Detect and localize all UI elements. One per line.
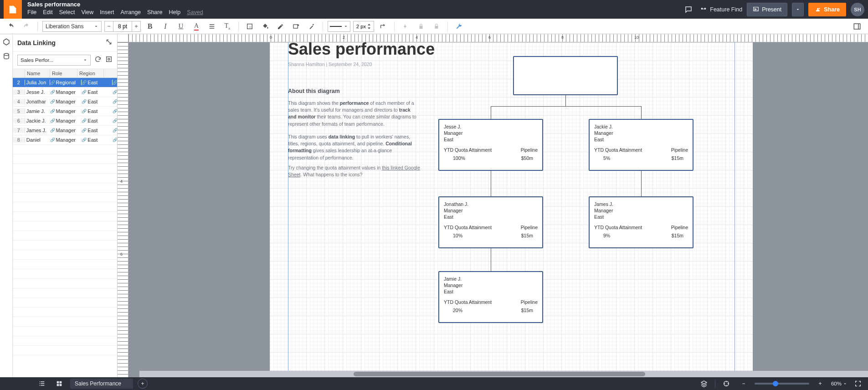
- zoom-fit-button[interactable]: [720, 377, 733, 390]
- canvas-horizontal-scrollbar[interactable]: [139, 371, 868, 377]
- lock-button[interactable]: [415, 20, 427, 33]
- share-button[interactable]: Share: [808, 3, 846, 16]
- zoom-slider[interactable]: [755, 383, 809, 385]
- zoom-out-button[interactable]: −: [737, 377, 750, 390]
- clear-format-button[interactable]: Tx: [221, 20, 234, 33]
- about-para-3[interactable]: Try changing the quota attainment values…: [288, 164, 420, 178]
- org-root-box[interactable]: [513, 56, 618, 95]
- border-color-button[interactable]: [274, 20, 287, 33]
- cell-role[interactable]: Manager: [55, 89, 82, 95]
- saved-status[interactable]: Saved: [187, 9, 203, 15]
- table-row[interactable]: 7 James J.🔗 Manager🔗 East🔗: [13, 126, 117, 135]
- sheet-select[interactable]: Sales Perfor...: [17, 55, 91, 66]
- menu-help[interactable]: Help: [169, 9, 180, 15]
- cell-role[interactable]: Manager: [55, 108, 82, 114]
- cell-name[interactable]: Daniel: [25, 137, 50, 143]
- cell-role[interactable]: Manager: [55, 137, 82, 143]
- canvas[interactable]: 0246810 46 Sales performance Shanna Hami…: [118, 34, 868, 377]
- text-color-button[interactable]: A: [190, 20, 203, 33]
- cell-role[interactable]: Regional: [55, 80, 82, 85]
- zoom-value[interactable]: 60%: [831, 381, 847, 386]
- feature-find[interactable]: Feature Find: [700, 6, 742, 13]
- col-region[interactable]: Region: [77, 69, 104, 77]
- org-card[interactable]: Jamie J. Manager East YTD Quota Attainme…: [438, 271, 543, 323]
- italic-button[interactable]: I: [159, 20, 172, 33]
- table-row[interactable]: 2 Julia Jon🔗 Regional🔗 East🔗: [13, 78, 117, 87]
- shape-style-button[interactable]: [290, 20, 303, 33]
- line-style-select[interactable]: [328, 21, 350, 32]
- font-size-decrease[interactable]: −: [104, 21, 113, 32]
- about-heading[interactable]: About this diagram: [288, 88, 340, 94]
- data-linking-button[interactable]: [1, 51, 11, 62]
- app-logo[interactable]: [4, 0, 22, 19]
- zoom-in-button[interactable]: +: [814, 377, 827, 390]
- page-meta[interactable]: Shanna Hamilton | September 24, 2020: [288, 62, 372, 67]
- cell-region[interactable]: East: [86, 128, 113, 133]
- comments-icon[interactable]: [682, 3, 695, 16]
- wrench-button[interactable]: [452, 20, 465, 33]
- font-size-increase[interactable]: +: [132, 21, 141, 32]
- cell-name[interactable]: Jonathar: [25, 99, 50, 104]
- lock2-button[interactable]: [430, 20, 443, 33]
- line-routing-button[interactable]: [377, 20, 390, 33]
- redo-button[interactable]: [20, 20, 33, 33]
- col-role[interactable]: Role: [50, 69, 77, 77]
- diagram-page[interactable]: Sales performance Shanna Hamilton | Sept…: [270, 42, 753, 377]
- undo-button[interactable]: [5, 20, 17, 33]
- cell-role[interactable]: Manager: [55, 118, 82, 123]
- data-grid[interactable]: Name Role Region 2 Julia Jon🔗 Regional🔗 …: [13, 69, 117, 377]
- cell-region[interactable]: East: [86, 108, 113, 114]
- menu-share[interactable]: Share: [147, 9, 162, 15]
- org-card[interactable]: Jackie J. Manager East YTD Quota Attainm…: [589, 119, 693, 171]
- menu-edit[interactable]: Edit: [43, 9, 53, 15]
- page-tab[interactable]: Sales Performance: [70, 379, 133, 389]
- table-row[interactable]: 4 Jonathar🔗 Manager🔗 East🔗: [13, 97, 117, 107]
- menu-file[interactable]: File: [27, 9, 36, 15]
- menu-arrange[interactable]: Arrange: [121, 9, 141, 15]
- menu-select[interactable]: Select: [59, 9, 75, 15]
- cell-role[interactable]: Manager: [55, 128, 82, 133]
- cell-region[interactable]: East: [86, 137, 113, 143]
- settings-icon[interactable]: [105, 56, 113, 65]
- about-para-1[interactable]: This diagram shows the performance of ea…: [288, 100, 420, 128]
- doc-title[interactable]: Sales performance: [27, 1, 203, 8]
- cell-name[interactable]: Jesse J.: [25, 89, 50, 95]
- bold-button[interactable]: B: [144, 20, 156, 33]
- font-family-select[interactable]: Liberation Sans: [42, 21, 102, 32]
- cell-name[interactable]: Jackie J.: [25, 118, 50, 123]
- user-avatar[interactable]: SH: [851, 3, 864, 16]
- bolt-button[interactable]: [399, 20, 412, 33]
- table-row[interactable]: 8 Daniel🔗 Manager🔗 East🔗: [13, 135, 117, 145]
- layers-icon[interactable]: [698, 377, 710, 390]
- org-card[interactable]: James J. Manager East YTD Quota Attainme…: [589, 196, 693, 248]
- org-card[interactable]: Jesse J. Manager East YTD Quota Attainme…: [438, 119, 543, 171]
- line-width-stepper[interactable]: 2 px: [353, 21, 374, 32]
- popout-icon[interactable]: [105, 38, 113, 47]
- cell-role[interactable]: Manager: [55, 99, 82, 104]
- add-page-button[interactable]: +: [138, 379, 148, 389]
- panels-button[interactable]: [851, 20, 863, 33]
- cell-region[interactable]: East: [86, 80, 113, 85]
- table-row[interactable]: 3 Jesse J.🔗 Manager🔗 East🔗: [13, 87, 117, 97]
- refresh-icon[interactable]: [94, 56, 102, 65]
- col-name[interactable]: Name: [25, 69, 50, 77]
- underline-button[interactable]: U: [175, 20, 187, 33]
- cell-name[interactable]: Jamie J.: [25, 108, 50, 114]
- page-title[interactable]: Sales performance: [288, 42, 435, 59]
- table-row[interactable]: 5 Jamie J.🔗 Manager🔗 East🔗: [13, 107, 117, 116]
- table-row[interactable]: 6 Jackie J.🔗 Manager🔗 East🔗: [13, 116, 117, 126]
- menu-view[interactable]: View: [81, 9, 93, 15]
- fill-color-button[interactable]: [259, 20, 272, 33]
- fullscreen-button[interactable]: [852, 377, 864, 390]
- outline-view-button[interactable]: [36, 377, 48, 390]
- font-size-value[interactable]: 8 pt: [113, 21, 132, 32]
- magic-button[interactable]: [305, 20, 318, 33]
- menu-insert[interactable]: Insert: [100, 9, 114, 15]
- present-dropdown[interactable]: [792, 3, 804, 16]
- cell-name[interactable]: James J.: [25, 128, 50, 133]
- shape-fill-button[interactable]: [243, 20, 256, 33]
- org-card[interactable]: Jonathan J. Manager East YTD Quota Attai…: [438, 196, 543, 248]
- present-button[interactable]: Present: [747, 3, 787, 16]
- cell-name[interactable]: Julia Jon: [25, 80, 50, 85]
- align-button[interactable]: [205, 20, 218, 33]
